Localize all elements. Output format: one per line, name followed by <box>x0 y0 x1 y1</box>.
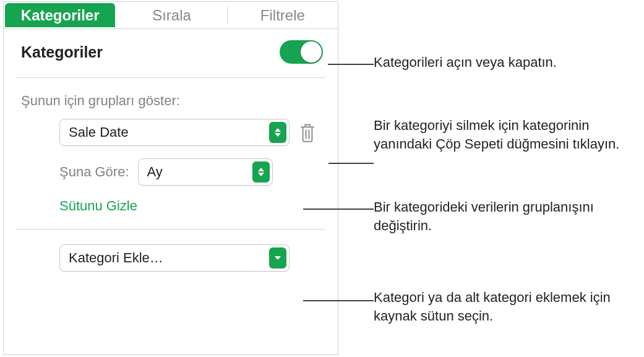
tab-bar: Kategoriler Sırala Filtrele <box>4 2 338 29</box>
tab-sort[interactable]: Sırala <box>116 2 226 28</box>
callout-add: Kategori ya da alt kategori eklemek için… <box>374 288 640 325</box>
add-row: Kategori Ekle… <box>4 230 338 272</box>
callout-trash: Bir kategoriyi silmek için kategorinin y… <box>374 116 633 153</box>
group-by-value: Ay <box>147 164 163 180</box>
section-header: Kategoriler <box>4 29 338 77</box>
add-category-select[interactable]: Kategori Ekle… <box>59 244 290 272</box>
down-icon <box>269 247 286 269</box>
add-category-label: Kategori Ekle… <box>69 250 163 266</box>
group-column-select[interactable]: Sale Date <box>59 119 290 146</box>
callout-toggle: Kategorileri açın veya kapatın. <box>374 53 633 72</box>
tab-categories[interactable]: Kategoriler <box>5 3 115 27</box>
group-select-row: Sale Date <box>21 119 323 146</box>
group-by-label: Şuna Göre: <box>59 164 129 180</box>
updown-icon <box>269 122 286 143</box>
group-by-select[interactable]: Ay <box>138 158 273 186</box>
group-column-value: Sale Date <box>69 124 129 140</box>
section-title: Kategoriler <box>21 43 103 61</box>
categories-toggle[interactable] <box>280 40 323 64</box>
tab-filter[interactable]: Filtrele <box>228 2 338 28</box>
panel-body: Şunun için grupları göster: Sale Date Şu… <box>4 78 338 214</box>
categories-panel: Kategoriler Sırala Filtrele Kategoriler … <box>3 1 338 355</box>
toggle-knob <box>301 41 322 62</box>
hide-column-link[interactable]: Sütunu Gizle <box>21 198 323 214</box>
trash-icon[interactable] <box>298 123 317 142</box>
callout-grouping: Bir kategorideki verilerin gruplanışını … <box>374 198 633 234</box>
group-by-row: Şuna Göre: Ay <box>21 158 323 186</box>
updown-icon <box>252 161 270 183</box>
groups-label: Şunun için grupları göster: <box>21 93 323 109</box>
